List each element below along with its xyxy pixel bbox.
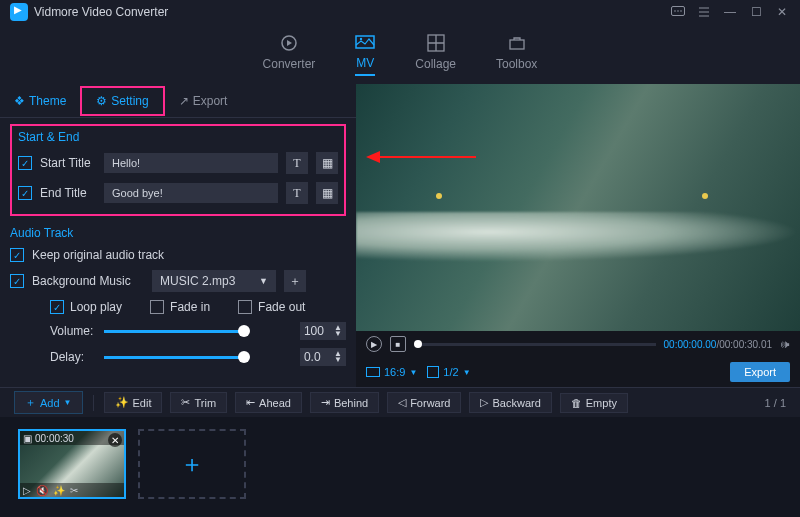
start-title-input[interactable]: Hello! xyxy=(104,153,278,173)
svg-point-2 xyxy=(677,10,679,12)
bg-music-checkbox[interactable] xyxy=(10,274,24,288)
mv-icon xyxy=(355,32,375,52)
delay-slider[interactable] xyxy=(104,356,244,359)
btn-label: Empty xyxy=(586,397,617,409)
btn-label: Forward xyxy=(410,397,450,409)
chevron-down-icon: ▼ xyxy=(409,368,417,377)
skip-end-icon: ⇥ xyxy=(321,396,330,409)
toolbox-icon xyxy=(507,33,527,53)
forward-button[interactable]: ◁Forward xyxy=(387,392,461,413)
workspace: ❖ Theme ⚙ Setting ↗ Export Start & End xyxy=(0,84,800,387)
edit-button[interactable]: ✨Edit xyxy=(104,392,163,413)
volume-icon[interactable]: 🕪 xyxy=(780,339,790,350)
export-icon: ↗ xyxy=(179,94,189,108)
time-display: 00:00:00.00/00:00:30.01 xyxy=(664,339,772,350)
tab-setting[interactable]: ⚙ Setting xyxy=(80,86,164,116)
preview-panel: ▶ ■ 00:00:00.00/00:00:30.01 🕪 16:9 ▼ 1/2… xyxy=(356,84,800,387)
magic-icon[interactable]: ✨ xyxy=(53,485,65,496)
remove-clip-button[interactable]: ✕ xyxy=(108,433,122,447)
svg-rect-12 xyxy=(367,368,380,377)
close-button[interactable]: ✕ xyxy=(774,4,790,20)
end-title-font-button[interactable]: T xyxy=(286,182,308,204)
ahead-button[interactable]: ⇤Ahead xyxy=(235,392,302,413)
bg-music-dropdown[interactable]: MUSIC 2.mp3 ▼ xyxy=(152,270,276,292)
minimize-button[interactable]: — xyxy=(722,4,738,20)
svg-point-1 xyxy=(674,10,676,12)
export-button[interactable]: Export xyxy=(730,362,790,382)
svg-point-7 xyxy=(360,38,362,40)
trim-button[interactable]: ✂Trim xyxy=(170,392,227,413)
gear-icon: ⚙ xyxy=(96,94,107,108)
keep-original-label: Keep original audio track xyxy=(32,248,164,262)
end-title-input[interactable]: Good bye! xyxy=(104,183,278,203)
keep-original-checkbox[interactable] xyxy=(10,248,24,262)
start-title-font-button[interactable]: T xyxy=(286,152,308,174)
start-title-checkbox[interactable] xyxy=(18,156,32,170)
nav-mv[interactable]: MV xyxy=(355,32,375,76)
loop-checkbox[interactable] xyxy=(50,300,64,314)
scissors-icon[interactable]: ✂ xyxy=(70,485,78,496)
clip-thumb[interactable]: ▣ 00:00:30 ✕ ▷ 🔇 ✨ ✂ xyxy=(18,429,126,499)
settings-content: Start & End Start Title Hello! T ▦ End T… xyxy=(0,118,356,387)
player-bar: ▶ ■ 00:00:00.00/00:00:30.01 🕪 xyxy=(356,331,800,357)
fade-out-checkbox[interactable] xyxy=(238,300,252,314)
fade-out-label: Fade out xyxy=(258,300,305,314)
tab-export[interactable]: ↗ Export xyxy=(165,88,242,114)
add-clip-slot[interactable]: ＋ xyxy=(138,429,246,499)
chevron-down-icon: ▼ xyxy=(463,368,471,377)
timeline: ▣ 00:00:30 ✕ ▷ 🔇 ✨ ✂ ＋ xyxy=(0,417,800,517)
delay-value: 0.0 xyxy=(304,350,321,364)
app-logo-icon xyxy=(10,3,28,21)
nav-label: Toolbox xyxy=(496,57,537,71)
start-title-grid-button[interactable]: ▦ xyxy=(316,152,338,174)
theme-icon: ❖ xyxy=(14,94,25,108)
aspect-bar: 16:9 ▼ 1/2 ▼ Export xyxy=(356,357,800,387)
volume-spinner[interactable]: 100 ▲▼ xyxy=(300,322,346,340)
progress-bar[interactable] xyxy=(414,343,656,346)
bg-music-add-button[interactable]: ＋ xyxy=(284,270,306,292)
collage-icon xyxy=(426,33,446,53)
delay-spinner[interactable]: 0.0 ▲▼ xyxy=(300,348,346,366)
nav-collage[interactable]: Collage xyxy=(415,33,456,75)
maximize-button[interactable]: ☐ xyxy=(748,4,764,20)
nav-toolbox[interactable]: Toolbox xyxy=(496,33,537,75)
behind-button[interactable]: ⇥Behind xyxy=(310,392,379,413)
btn-label: Add xyxy=(40,397,60,409)
preview-canvas xyxy=(356,84,800,331)
end-title-grid-button[interactable]: ▦ xyxy=(316,182,338,204)
btn-label: Edit xyxy=(133,397,152,409)
section-header: Audio Track xyxy=(10,226,346,240)
fade-in-checkbox[interactable] xyxy=(150,300,164,314)
pager-display: 1 / 1 xyxy=(765,397,786,409)
mute-icon[interactable]: 🔇 xyxy=(36,485,48,496)
bg-music-label: Background Music xyxy=(32,274,144,288)
converter-icon xyxy=(279,33,299,53)
add-button[interactable]: ＋ Add ▼ xyxy=(14,391,83,414)
clip-toolbar: ＋ Add ▼ ✨Edit ✂Trim ⇤Ahead ⇥Behind ◁Forw… xyxy=(0,387,800,417)
tab-theme[interactable]: ❖ Theme xyxy=(0,88,80,114)
empty-button[interactable]: 🗑Empty xyxy=(560,393,628,413)
stop-button[interactable]: ■ xyxy=(390,336,406,352)
aspect-ratio-button[interactable]: 16:9 ▼ xyxy=(366,366,417,378)
spinner-arrows-icon: ▲▼ xyxy=(334,325,342,337)
skip-start-icon: ⇤ xyxy=(246,396,255,409)
spinner-arrows-icon: ▲▼ xyxy=(334,351,342,363)
volume-slider[interactable] xyxy=(104,330,244,333)
btn-label: Trim xyxy=(194,397,216,409)
nav-label: Collage xyxy=(415,57,456,71)
tab-label: Setting xyxy=(111,94,148,108)
aspect-ratio-value: 16:9 xyxy=(384,366,405,378)
end-title-checkbox[interactable] xyxy=(18,186,32,200)
play-icon[interactable]: ▷ xyxy=(23,485,31,496)
menu-icon[interactable] xyxy=(696,4,712,20)
scale-icon xyxy=(427,366,439,378)
play-button[interactable]: ▶ xyxy=(366,336,382,352)
messages-icon[interactable] xyxy=(670,4,686,20)
nav-converter[interactable]: Converter xyxy=(263,33,316,75)
nav-label: MV xyxy=(356,56,374,70)
btn-label: Backward xyxy=(492,397,540,409)
next-icon: ▷ xyxy=(480,396,488,409)
backward-button[interactable]: ▷Backward xyxy=(469,392,551,413)
app-title: Vidmore Video Converter xyxy=(34,5,168,19)
scale-button[interactable]: 1/2 ▼ xyxy=(427,366,470,378)
